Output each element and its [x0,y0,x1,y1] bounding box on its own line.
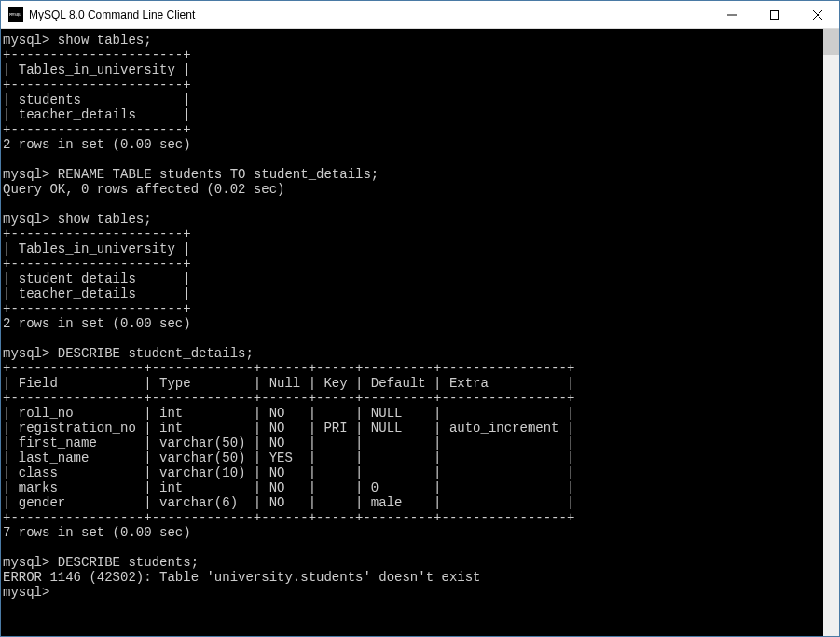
terminal-line [3,197,821,212]
vertical-scrollbar[interactable] [823,29,839,636]
terminal-line: | roll_no | int | NO | | NULL | | [3,406,821,421]
terminal-line: 2 rows in set (0.00 sec) [3,316,821,331]
terminal-line: +----------------------+ [3,122,821,137]
minimize-icon [727,10,737,20]
terminal-line: +----------------------+ [3,77,821,92]
window-titlebar: MYSQL MySQL 8.0 Command Line Client [1,1,839,29]
terminal-line: | teacher_details | [3,107,821,122]
terminal-line: mysql> show tables; [3,33,821,48]
terminal-line: | Tables_in_university | [3,62,821,77]
terminal-line: +----------------------+ [3,227,821,242]
terminal-line [3,331,821,346]
minimize-button[interactable] [710,1,753,28]
terminal-line: +----------------------+ [3,48,821,62]
terminal-line: mysql> DESCRIBE student_details; [3,346,821,361]
terminal-line: | students | [3,92,821,107]
terminal-line [3,540,821,555]
terminal-line: 2 rows in set (0.00 sec) [3,137,821,152]
terminal-line: Query OK, 0 rows affected (0.02 sec) [3,182,821,197]
terminal-line: | registration_no | int | NO | PRI | NUL… [3,421,821,436]
terminal-line: | marks | int | NO | | 0 | | [3,480,821,495]
terminal-line: +-----------------+-------------+------+… [3,391,821,406]
terminal-line: mysql> [3,585,821,600]
terminal-line: | class | varchar(10) | NO | | | | [3,465,821,480]
terminal-line: mysql> DESCRIBE students; [3,555,821,570]
terminal-line: | last_name | varchar(50) | YES | | | | [3,450,821,465]
maximize-button[interactable] [753,1,796,28]
terminal-line: | first_name | varchar(50) | NO | | | | [3,436,821,450]
close-button[interactable] [796,1,839,28]
terminal-line: 7 rows in set (0.00 sec) [3,525,821,540]
svg-rect-0 [771,10,779,19]
maximize-icon [770,10,779,20]
terminal-line [3,152,821,167]
scroll-thumb[interactable] [823,29,839,55]
app-icon: MYSQL [8,7,23,22]
terminal-line: | Field | Type | Null | Key | Default | … [3,376,821,391]
terminal-line: +-----------------+-------------+------+… [3,510,821,525]
terminal-line: ERROR 1146 (42S02): Table 'university.st… [3,570,821,585]
app-icon-label: MYSQL [10,12,22,17]
close-icon [813,10,822,20]
terminal-line: | teacher_details | [3,286,821,301]
terminal-output[interactable]: mysql> show tables;+--------------------… [1,29,823,636]
terminal-line: +----------------------+ [3,256,821,271]
client-area: mysql> show tables;+--------------------… [1,29,839,636]
window-controls [710,1,839,28]
terminal-line: mysql> show tables; [3,212,821,227]
terminal-line: +----------------------+ [3,301,821,316]
terminal-line: mysql> RENAME TABLE students TO student_… [3,167,821,182]
terminal-line: +-----------------+-------------+------+… [3,361,821,376]
window-title: MySQL 8.0 Command Line Client [27,8,710,21]
terminal-line: | student_details | [3,271,821,286]
terminal-line: | gender | varchar(6) | NO | | male | | [3,495,821,510]
terminal-line: | Tables_in_university | [3,242,821,256]
